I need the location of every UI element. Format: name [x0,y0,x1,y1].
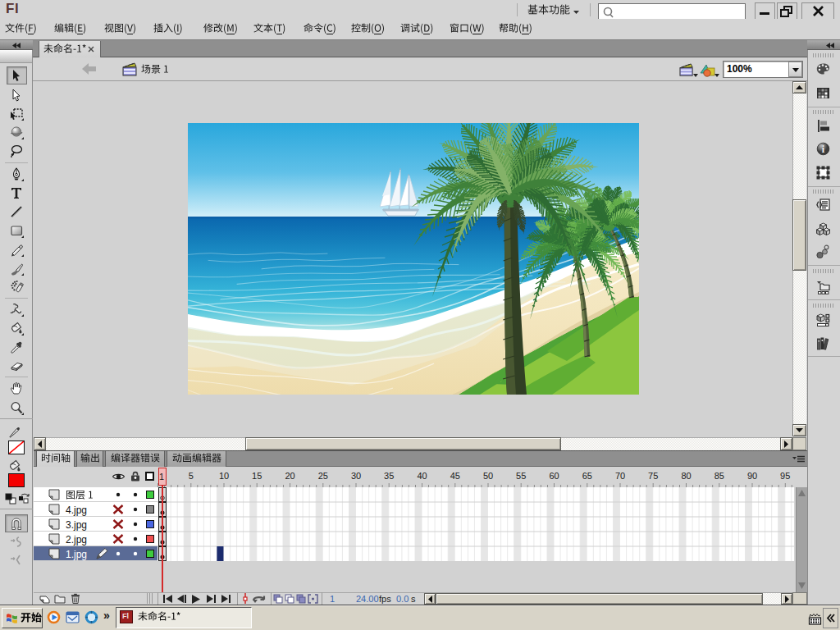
svg-text:90: 90 [747,471,757,481]
svg-text:70: 70 [615,471,625,481]
svg-text:65: 65 [582,471,592,481]
svg-text:80: 80 [681,471,691,481]
svg-text:50: 50 [483,471,493,481]
svg-text:40: 40 [417,471,427,481]
svg-text:25: 25 [318,471,328,481]
svg-text:30: 30 [351,471,361,481]
svg-text:95: 95 [780,471,790,481]
svg-text:75: 75 [648,471,658,481]
svg-text:10: 10 [219,471,229,481]
svg-text:55: 55 [516,471,526,481]
svg-text:45: 45 [450,471,460,481]
svg-text:85: 85 [714,471,724,481]
svg-text:35: 35 [384,471,394,481]
svg-text:20: 20 [285,471,294,481]
svg-text:60: 60 [549,471,559,481]
svg-text:15: 15 [252,471,262,481]
svg-text:5: 5 [189,471,194,481]
